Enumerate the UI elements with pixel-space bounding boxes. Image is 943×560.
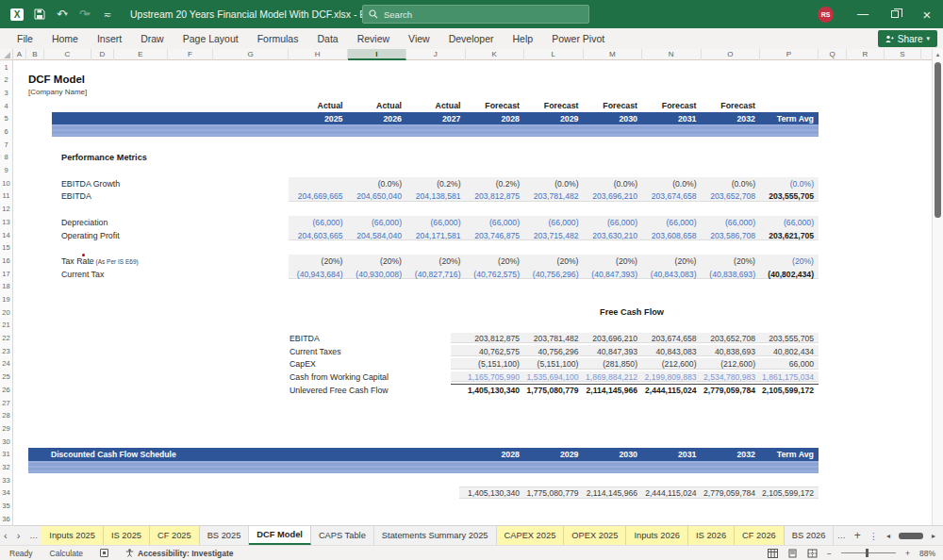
more-sheets-icon[interactable]: … bbox=[837, 531, 846, 540]
column-header-B[interactable]: B bbox=[26, 49, 44, 60]
period-type-header[interactable]: Forecast bbox=[642, 101, 702, 110]
menu-tab-insert[interactable]: Insert bbox=[88, 28, 131, 49]
value-cell[interactable]: 203,696,210 bbox=[584, 191, 643, 201]
dcf-term-avg-header[interactable]: Term Avg bbox=[760, 450, 819, 459]
row-header-20[interactable]: 20 bbox=[0, 308, 12, 317]
value-cell[interactable]: 2,779,059,784 bbox=[702, 386, 761, 395]
row-header-16[interactable]: 16 bbox=[0, 256, 12, 265]
row-header-31[interactable]: 31 bbox=[0, 450, 12, 458]
column-header-F[interactable]: F bbox=[168, 49, 213, 60]
sheet-tab-is-2025[interactable]: IS 2025 bbox=[104, 526, 150, 545]
year-header[interactable]: 2032 bbox=[702, 114, 761, 124]
row-header-23[interactable]: 23 bbox=[0, 347, 12, 355]
value-cell[interactable]: 204,584,040 bbox=[348, 231, 407, 240]
row-header-36[interactable]: 36 bbox=[0, 515, 12, 523]
value-cell[interactable]: 203,608,658 bbox=[642, 231, 702, 240]
value-cell[interactable]: (20%) bbox=[406, 256, 466, 266]
row-label[interactable]: Operating Profit bbox=[61, 231, 120, 240]
row-header-3[interactable]: 3 bbox=[0, 89, 12, 97]
column-header-R[interactable]: R bbox=[847, 49, 885, 60]
term-avg-header[interactable]: Term Avg bbox=[760, 114, 819, 124]
sheet-grid[interactable]: DCF Model[Company Name]ActualActualActua… bbox=[0, 60, 932, 525]
value-cell[interactable]: 40,838,693 bbox=[702, 347, 761, 356]
row-header-24[interactable]: 24 bbox=[0, 359, 12, 368]
column-header-H[interactable]: H bbox=[289, 49, 348, 60]
value-cell[interactable]: 2,444,115,024 bbox=[642, 386, 702, 395]
term-avg-cell[interactable]: 203,621,705 bbox=[760, 231, 819, 240]
sheet-tab-bs-2026[interactable]: BS 2026 bbox=[785, 526, 835, 545]
row-label[interactable]: Current Tax bbox=[61, 270, 104, 279]
value-cell[interactable]: 204,669,665 bbox=[289, 191, 348, 201]
value-cell[interactable]: 204,138,581 bbox=[406, 191, 466, 201]
close-button[interactable]: × bbox=[911, 0, 943, 28]
value-cell[interactable]: (20%) bbox=[524, 256, 584, 266]
value-cell[interactable]: (40,847,393) bbox=[584, 270, 643, 279]
period-type-header[interactable]: Forecast bbox=[524, 101, 584, 110]
dcf-year-header[interactable]: 2030 bbox=[584, 450, 643, 459]
value-cell[interactable]: (20%) bbox=[289, 256, 348, 266]
term-avg-cell[interactable]: 203,555,705 bbox=[760, 191, 819, 201]
value-cell[interactable]: 1,869,884,212 bbox=[584, 372, 643, 382]
prev-sheet-icon[interactable]: ‹ bbox=[4, 530, 8, 541]
sheet-tab-cf-2026[interactable]: CF 2026 bbox=[735, 526, 785, 545]
term-avg-cell[interactable]: (66,000) bbox=[760, 218, 819, 227]
year-header[interactable]: 2027 bbox=[406, 114, 466, 124]
restore-button[interactable] bbox=[879, 0, 911, 28]
value-cell[interactable]: (0.0%) bbox=[524, 179, 584, 189]
performance-metrics-heading[interactable]: Performance Metrics bbox=[61, 153, 147, 162]
row-header-5[interactable]: 5 bbox=[0, 114, 12, 123]
row-header-25[interactable]: 25 bbox=[0, 372, 12, 381]
column-header-A[interactable]: A bbox=[13, 49, 26, 60]
value-cell[interactable]: 203,781,482 bbox=[524, 334, 584, 343]
period-type-header[interactable]: Forecast bbox=[584, 101, 643, 110]
row-label[interactable]: Cash from Working Capital bbox=[290, 372, 389, 382]
value-cell[interactable]: 203,696,210 bbox=[584, 334, 643, 343]
column-header-K[interactable]: K bbox=[466, 49, 525, 60]
dcf-year-header[interactable]: 2032 bbox=[702, 450, 761, 459]
menu-tab-power-pivot[interactable]: Power Pivot bbox=[542, 28, 614, 49]
value-cell[interactable]: (20%) bbox=[642, 256, 702, 266]
value-cell[interactable]: 203,630,210 bbox=[584, 231, 643, 240]
value-cell[interactable]: (40,930,008) bbox=[348, 270, 407, 279]
period-type-header[interactable]: Forecast bbox=[466, 101, 525, 110]
value-cell[interactable]: (0.2%) bbox=[406, 179, 466, 189]
sheet-dots-icon[interactable]: … bbox=[29, 531, 38, 540]
value-cell[interactable]: 203,715,482 bbox=[524, 231, 584, 240]
value-cell[interactable]: 1,405,130,340 bbox=[466, 386, 525, 395]
horizontal-scrollbar-thumb[interactable] bbox=[899, 533, 923, 539]
term-avg-cell[interactable]: (40,802,434) bbox=[760, 270, 819, 279]
value-cell[interactable]: 66,000 bbox=[760, 359, 819, 369]
menu-tab-view[interactable]: View bbox=[399, 28, 439, 49]
term-avg-cell[interactable]: (20%) bbox=[760, 256, 819, 266]
year-header[interactable]: 2030 bbox=[584, 114, 643, 124]
row-header-14[interactable]: 14 bbox=[0, 231, 12, 239]
value-cell[interactable]: (66,000) bbox=[642, 218, 702, 227]
value-cell[interactable]: (40,838,693) bbox=[702, 270, 761, 279]
value-cell[interactable]: (0.2%) bbox=[466, 179, 525, 189]
dcf-year-header[interactable]: 2031 bbox=[642, 450, 702, 459]
dcf-value-cell[interactable]: 2,779,059,784 bbox=[702, 488, 761, 498]
value-cell[interactable]: (66,000) bbox=[702, 218, 761, 227]
hscroll-right-icon[interactable]: ▸ bbox=[932, 532, 935, 540]
column-header-O[interactable]: O bbox=[702, 49, 761, 60]
column-header-L[interactable]: L bbox=[524, 49, 584, 60]
zoom-in-icon[interactable]: + bbox=[905, 549, 910, 558]
menu-tab-formulas[interactable]: Formulas bbox=[248, 28, 308, 49]
column-header-J[interactable]: J bbox=[406, 49, 466, 60]
avatar[interactable]: RS bbox=[818, 7, 834, 23]
value-cell[interactable]: (40,843,083) bbox=[642, 270, 702, 279]
vertical-scrollbar[interactable]: ▴ bbox=[932, 49, 943, 525]
redo-icon[interactable]: ↷▾ bbox=[75, 5, 94, 24]
value-cell[interactable]: 1,775,080,779 bbox=[524, 386, 584, 395]
value-cell[interactable]: 40,756,296 bbox=[524, 347, 584, 356]
value-cell[interactable]: (20%) bbox=[348, 256, 407, 266]
column-header-P[interactable]: P bbox=[760, 49, 819, 60]
search-box[interactable] bbox=[362, 5, 589, 24]
value-cell[interactable]: 203,746,875 bbox=[466, 231, 525, 240]
sheet-tab-inputs-2026[interactable]: Inputs 2026 bbox=[626, 526, 688, 545]
period-type-header[interactable]: Forecast bbox=[702, 101, 761, 110]
value-cell[interactable]: 203,812,875 bbox=[466, 334, 525, 343]
page-break-view-icon[interactable] bbox=[807, 549, 818, 558]
row-header-gutter[interactable]: 1234567891011121314151617181920212223242… bbox=[0, 60, 13, 525]
value-cell[interactable]: (40,756,296) bbox=[524, 270, 584, 279]
